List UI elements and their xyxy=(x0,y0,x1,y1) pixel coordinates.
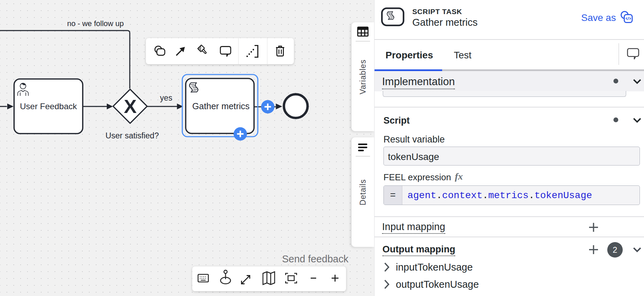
svg-text:Gather metrics: Gather metrics xyxy=(192,101,250,111)
svg-text:yes: yes xyxy=(160,93,172,102)
svg-text:X: X xyxy=(124,95,137,117)
svg-text:no - we follow up: no - we follow up xyxy=(67,19,124,28)
svg-text:User satisfied?: User satisfied? xyxy=(105,131,159,140)
svg-text:User Feedback: User Feedback xyxy=(20,102,77,111)
